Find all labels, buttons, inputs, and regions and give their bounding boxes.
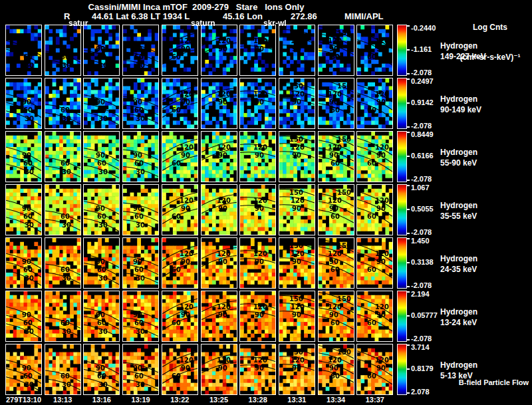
spectrogram-panel-r1-c1 xyxy=(5,25,42,76)
colorbar-tick xyxy=(407,73,410,74)
spectrogram-panel-r4-c7 xyxy=(239,184,276,235)
energy-range-label: 13-24 keV xyxy=(440,317,477,328)
colorbar-row-3 xyxy=(397,131,407,182)
spectrogram-canvas xyxy=(319,25,354,75)
spectrogram-canvas xyxy=(279,185,315,235)
spectrogram-canvas xyxy=(319,344,354,394)
spectrogram-canvas xyxy=(6,238,41,288)
spectrogram-canvas xyxy=(279,78,315,128)
energy-band-label-row-1: Hydrogen149-227 keV xyxy=(440,41,486,62)
colorbar-min-label: 2.078 xyxy=(411,388,430,396)
spectrogram-canvas xyxy=(357,291,392,341)
colorbar-mid-label: 0.6166 xyxy=(411,152,434,160)
colorbar-tick xyxy=(407,233,410,234)
spectrogram-panel-r2-c9 xyxy=(318,78,354,129)
colorbar-tick xyxy=(407,344,410,346)
spectrogram-canvas xyxy=(123,344,158,394)
spectrogram-panel-r6-c1 xyxy=(5,291,42,342)
energy-range-label: 35-55 keV xyxy=(440,211,477,221)
spectrogram-panel-r2-c7 xyxy=(239,78,276,129)
spectrogram-canvas xyxy=(162,25,198,75)
spectrogram-canvas xyxy=(279,344,315,394)
colorbar-tick xyxy=(407,262,410,263)
spectrogram-panel-r1-c6 xyxy=(201,25,237,76)
spectrogram-canvas xyxy=(319,238,354,288)
spectrogram-panel-r1-c2 xyxy=(45,25,81,76)
spectrogram-canvas xyxy=(357,238,392,288)
spectrogram-panel-r4-c4 xyxy=(122,184,159,235)
spectrogram-panel-r3-c5 xyxy=(162,131,198,182)
species-label: Hydrogen xyxy=(440,147,477,158)
colorbar-tick xyxy=(407,132,410,133)
spectrogram-panel-r6-c7 xyxy=(239,291,276,342)
energy-range-label: 149-227 keV xyxy=(440,51,486,62)
colorbar-tick xyxy=(407,286,410,287)
time-axis-label: 13:37 xyxy=(366,396,384,404)
spectrogram-panel-r6-c9 xyxy=(318,291,354,342)
spectrogram-canvas xyxy=(84,78,119,128)
colorbar-max-label: -0.2440 xyxy=(411,24,436,32)
colorbar-min-label: -2.078 xyxy=(411,335,432,342)
spectrogram-canvas xyxy=(201,344,237,394)
colorbar-min-label: -2.078 xyxy=(411,175,432,183)
spectrogram-panel-r7-c8 xyxy=(279,344,315,395)
units-line1: Log Cnts xyxy=(460,23,520,33)
plot-title: Cassini/MIMI Inca mTOF 2009-279 Stare Io… xyxy=(88,2,305,12)
spectrogram-panel-r7-c7 xyxy=(239,344,276,395)
colorbar-max-label: 0.8449 xyxy=(411,130,434,138)
spectrogram-canvas xyxy=(279,132,315,182)
spectrogram-canvas xyxy=(240,291,275,341)
colorbar-tick xyxy=(407,126,410,128)
spectrogram-panel-r5-c8 xyxy=(279,237,315,289)
spectrogram-canvas xyxy=(319,78,354,128)
event-label-saturn: saturn xyxy=(191,19,215,28)
spectrogram-canvas xyxy=(240,78,275,128)
spectrogram-canvas xyxy=(201,25,237,75)
colorbar-tick xyxy=(407,315,410,317)
colorbar-tick xyxy=(407,368,410,370)
spectrogram-canvas xyxy=(240,344,275,394)
energy-band-label-row-3: Hydrogen55-90 keV xyxy=(440,147,477,168)
spectrogram-panel-r7-c3 xyxy=(83,344,120,395)
spectrogram-panel-r6-c5 xyxy=(162,291,198,342)
spectrogram-panel-r2-c1 xyxy=(5,78,42,129)
spectrogram-panel-r6-c8 xyxy=(279,291,315,342)
colorbar-tick xyxy=(407,392,410,394)
spectrogram-canvas xyxy=(123,78,158,128)
colorbar-mid-label: -1.161 xyxy=(411,45,432,53)
spectrogram-panel-r4-c3 xyxy=(83,184,120,235)
spectrogram-panel-r5-c6 xyxy=(201,237,237,289)
time-axis-label: 13:16 xyxy=(92,396,111,404)
colorbar-max-label: 1.067 xyxy=(411,184,430,192)
colorbar-tick xyxy=(407,78,410,80)
time-axis-label: 13:31 xyxy=(287,396,306,404)
spectrogram-canvas xyxy=(45,25,80,75)
spectrogram-panel-r2-c8 xyxy=(279,78,315,129)
spectrogram-canvas xyxy=(162,344,198,394)
colorbar-row-1 xyxy=(397,25,407,76)
colorbar-min-label: -2.078 xyxy=(411,228,432,236)
spectrogram-panel-r2-c5 xyxy=(162,78,198,129)
colorbar-max-label: 3.714 xyxy=(411,343,430,351)
spectrogram-panel-r4-c6 xyxy=(201,184,237,235)
spectrogram-canvas xyxy=(123,238,158,288)
spectrogram-canvas xyxy=(357,25,392,75)
colorbar-min-label: -2.078 xyxy=(411,281,432,289)
colorbar-min-label: -2.078 xyxy=(411,122,432,130)
spectrogram-panel-r5-c3 xyxy=(83,237,120,289)
colorbar-tick xyxy=(407,238,410,239)
spectrogram-panel-r6-c6 xyxy=(201,291,237,342)
spectrogram-canvas xyxy=(162,132,198,182)
spectrogram-panel-r3-c3 xyxy=(83,131,120,182)
spectrogram-panel-r1-c8 xyxy=(279,25,315,76)
energy-range-label: 24-35 keV xyxy=(440,264,477,275)
colorbar-tick xyxy=(407,25,410,27)
colorbar-tick xyxy=(407,209,410,210)
spectrogram-canvas xyxy=(6,25,41,75)
spectrogram-canvas xyxy=(45,185,80,235)
spectrogram-canvas xyxy=(240,132,275,182)
ephemeris-lon: 45.16 Lon xyxy=(223,11,263,21)
spectrogram-panel-r4-c9 xyxy=(318,184,354,235)
spectrogram-panel-r3-c8 xyxy=(279,131,315,182)
energy-band-label-row-2: Hydrogen90-149 keV xyxy=(440,94,481,115)
